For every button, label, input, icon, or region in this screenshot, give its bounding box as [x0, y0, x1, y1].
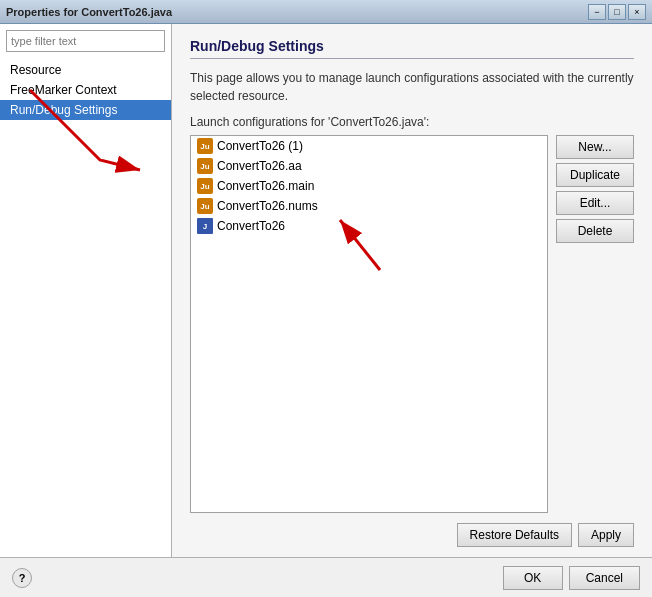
description-text: This page allows you to manage launch co…	[190, 69, 634, 105]
main-container: Resource FreeMarker Context Run/Debug Se…	[0, 24, 652, 557]
window-title: Properties for ConvertTo26.java	[6, 6, 172, 18]
list-item[interactable]: Ju ConvertTo26.nums	[191, 196, 547, 216]
footer-right-buttons: OK Cancel	[503, 566, 640, 590]
ok-button[interactable]: OK	[503, 566, 563, 590]
apply-button[interactable]: Apply	[578, 523, 634, 547]
title-bar-buttons: − □ ×	[588, 4, 646, 20]
sidebar-item-rundebug[interactable]: Run/Debug Settings	[0, 100, 171, 120]
ju-icon: Ju	[197, 198, 213, 214]
edit-button[interactable]: Edit...	[556, 191, 634, 215]
content-area: Run/Debug Settings This page allows you …	[172, 24, 652, 557]
maximize-button[interactable]: □	[608, 4, 626, 20]
sidebar: Resource FreeMarker Context Run/Debug Se…	[0, 24, 172, 557]
bottom-actions: Restore Defaults Apply	[190, 523, 634, 547]
delete-button[interactable]: Delete	[556, 219, 634, 243]
duplicate-button[interactable]: Duplicate	[556, 163, 634, 187]
sidebar-item-freemarker[interactable]: FreeMarker Context	[0, 80, 171, 100]
blue-icon: J	[197, 218, 213, 234]
ju-icon: Ju	[197, 158, 213, 174]
sidebar-item-resource[interactable]: Resource	[0, 60, 171, 80]
list-item[interactable]: Ju ConvertTo26.aa	[191, 156, 547, 176]
ju-icon: Ju	[197, 178, 213, 194]
dialog-footer: ? OK Cancel	[0, 557, 652, 597]
restore-defaults-button[interactable]: Restore Defaults	[457, 523, 572, 547]
new-button[interactable]: New...	[556, 135, 634, 159]
launch-section: Ju ConvertTo26 (1) Ju ConvertTo26.aa Ju …	[190, 135, 634, 513]
cancel-button[interactable]: Cancel	[569, 566, 640, 590]
section-title: Run/Debug Settings	[190, 38, 634, 59]
title-bar: Properties for ConvertTo26.java − □ ×	[0, 0, 652, 24]
launch-label: Launch configurations for 'ConvertTo26.j…	[190, 115, 634, 129]
ju-icon: Ju	[197, 138, 213, 154]
side-buttons: New... Duplicate Edit... Delete	[556, 135, 634, 513]
list-item[interactable]: Ju ConvertTo26 (1)	[191, 136, 547, 156]
close-button[interactable]: ×	[628, 4, 646, 20]
launch-config-list[interactable]: Ju ConvertTo26 (1) Ju ConvertTo26.aa Ju …	[190, 135, 548, 513]
filter-input[interactable]	[6, 30, 165, 52]
nav-section: Resource FreeMarker Context Run/Debug Se…	[0, 58, 171, 120]
minimize-button[interactable]: −	[588, 4, 606, 20]
list-item[interactable]: J ConvertTo26	[191, 216, 547, 236]
list-item[interactable]: Ju ConvertTo26.main	[191, 176, 547, 196]
help-button[interactable]: ?	[12, 568, 32, 588]
